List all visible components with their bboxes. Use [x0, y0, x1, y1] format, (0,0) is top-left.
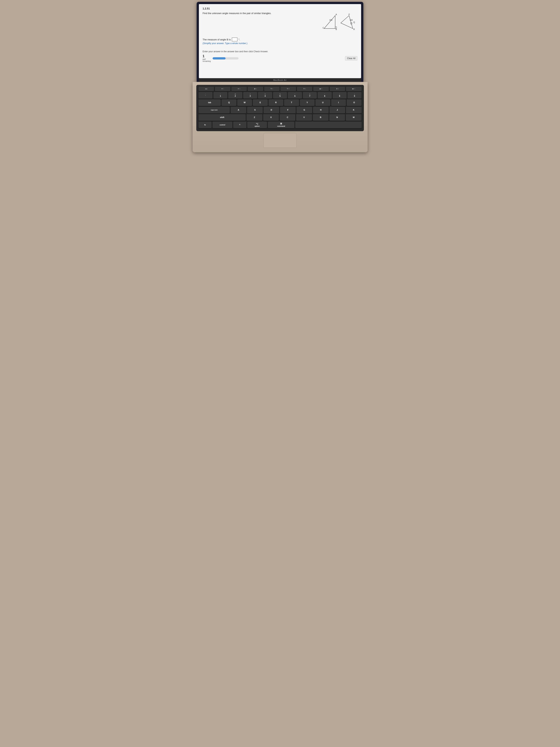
v-key[interactable]: V [296, 114, 312, 121]
trackpad[interactable] [263, 133, 297, 148]
zxcv-key-row: shift Z X C V B N M [198, 114, 362, 121]
answer-unit: °. [239, 38, 240, 41]
keyboard-base: esc ☀F1 ☀F2 ⊞F3 ⠿F4 ⠿F5 ⠿F6 ⏮F7 ⏸F8 ⏭F9 … [193, 82, 368, 152]
part-remaining: 1 partremaining [203, 54, 211, 62]
e-key[interactable]: E [253, 99, 268, 106]
svg-marker-1 [341, 16, 353, 28]
7-key[interactable]: &7 [303, 92, 317, 99]
spacebar-key[interactable] [295, 122, 362, 128]
4-key[interactable]: $4 [258, 92, 272, 99]
option-key[interactable]: ⌥option [247, 122, 267, 128]
backtick-key[interactable]: ~` [198, 92, 213, 99]
asdf-key-row: caps lock A S D F G H J K [198, 107, 362, 113]
3-key[interactable]: #3 [243, 92, 257, 99]
f2-key[interactable]: ☀F2 [231, 87, 247, 91]
bottom-key-row: fn control ^ ⌥option ⌘command [198, 122, 362, 128]
6-key[interactable]: ^6 [288, 92, 302, 99]
tab-key[interactable]: tab [198, 99, 221, 106]
problem-statement: Find the unknown angle measures in the p… [203, 12, 320, 15]
answer-prompt: The measure of angle B is [203, 38, 231, 41]
o-key[interactable]: O [347, 99, 362, 106]
clear-all-button[interactable]: Clear All [345, 56, 357, 60]
w-key[interactable]: W [237, 99, 252, 106]
svg-text:150: 150 [350, 19, 353, 21]
problem-section: Find the unknown angle measures in the p… [203, 12, 357, 35]
9-key[interactable]: (9 [332, 92, 347, 99]
simplify-note: (Simplify your answer. Type a whole numb… [203, 42, 357, 45]
g-key[interactable]: G [296, 107, 312, 113]
svg-text:P: P [348, 14, 350, 16]
5-key[interactable]: %5 [273, 92, 287, 99]
command-key[interactable]: ⌘command [268, 122, 294, 128]
f3-key[interactable]: ⊞F3 [247, 87, 263, 91]
svg-text:150: 150 [329, 19, 332, 21]
f-key[interactable]: F [280, 107, 296, 113]
answer-section: The measure of angle B is °. (Simplify y… [203, 37, 357, 45]
f9-key[interactable]: ⏭F9 [346, 87, 362, 91]
2-key[interactable]: @2 [228, 92, 242, 99]
n-key[interactable]: N [329, 114, 345, 121]
shift-key[interactable]: shift [198, 114, 246, 121]
y-key[interactable]: Y [300, 99, 315, 106]
answer-line: The measure of angle B is °. [203, 37, 357, 41]
svg-text:A: A [336, 14, 337, 16]
control-key[interactable]: control [212, 122, 233, 128]
macbook-label: MacBook Air [199, 78, 361, 82]
svg-rect-10 [335, 27, 337, 28]
problem-number: 1.2.51 [203, 7, 357, 10]
f6-key[interactable]: ⠿F6 [297, 87, 313, 91]
progress-track [213, 57, 239, 59]
r-key[interactable]: R [268, 99, 283, 106]
progress-fill [213, 57, 225, 59]
f7-key[interactable]: ⏮F7 [313, 87, 329, 91]
fn-key-row: esc ☀F1 ☀F2 ⊞F3 ⠿F4 ⠿F5 ⠿F6 ⏮F7 ⏸F8 ⏭F9 [198, 87, 362, 91]
keyboard-area: esc ☀F1 ☀F2 ⊞F3 ⠿F4 ⠿F5 ⠿F6 ⏮F7 ⏸F8 ⏭F9 … [196, 85, 364, 131]
instructions-text: Enter your answer in the answer box and … [203, 50, 357, 53]
f5-key[interactable]: ⠿F5 [281, 87, 296, 91]
x-key[interactable]: X [263, 114, 279, 121]
u-key[interactable]: U [315, 99, 330, 106]
0-key[interactable]: )0 [347, 92, 362, 99]
b-key[interactable]: B [313, 114, 328, 121]
f1-key[interactable]: ☀F1 [215, 87, 231, 91]
instructions: Enter your answer in the answer box and … [203, 50, 357, 62]
answer-input-box[interactable] [232, 37, 237, 41]
k-key[interactable]: K [346, 107, 362, 113]
triangle-diagram: C A B 150 P R Q 150 [320, 12, 357, 35]
screen-bezel: 1.2.51 Find the unknown angle measures i… [197, 2, 363, 82]
d-key[interactable]: D [264, 107, 279, 113]
f4-key[interactable]: ⠿F4 [264, 87, 280, 91]
svg-marker-0 [324, 16, 335, 28]
part-number: 1 [203, 54, 205, 58]
m-key[interactable]: M [346, 114, 362, 121]
a-key[interactable]: A [231, 107, 246, 113]
8-key[interactable]: *8 [318, 92, 332, 99]
t-key[interactable]: T [284, 99, 299, 106]
progress-bar-section: 1 partremaining Clear All [203, 54, 357, 62]
part-label: partremaining [203, 58, 211, 62]
caps-lock-key[interactable]: caps lock [198, 107, 230, 113]
s-key[interactable]: S [247, 107, 263, 113]
qwerty-key-row: tab Q W E R T Y U I O [198, 99, 362, 106]
i-key[interactable]: I [331, 99, 346, 106]
laptop: 1.2.51 Find the unknown angle measures i… [197, 2, 363, 152]
1-key[interactable]: !1 [213, 92, 228, 99]
svg-text:B: B [336, 28, 337, 30]
svg-text:C: C [323, 27, 324, 29]
q-key[interactable]: Q [221, 99, 236, 106]
c-key[interactable]: C [279, 114, 295, 121]
z-key[interactable]: Z [246, 114, 262, 121]
number-key-row: ~` !1 @2 #3 $4 %5 ^6 &7 *8 (9 )0 [198, 92, 362, 99]
fn-key[interactable]: fn [198, 122, 212, 128]
h-key[interactable]: H [313, 107, 329, 113]
f8-key[interactable]: ⏸F8 [330, 87, 345, 91]
up-arrow-key[interactable]: ^ [233, 122, 246, 128]
screen-content: 1.2.51 Find the unknown angle measures i… [199, 4, 361, 78]
svg-text:R: R [353, 28, 355, 30]
j-key[interactable]: J [329, 107, 345, 113]
svg-text:Q: Q [353, 21, 355, 23]
esc-key[interactable]: esc [198, 87, 214, 91]
